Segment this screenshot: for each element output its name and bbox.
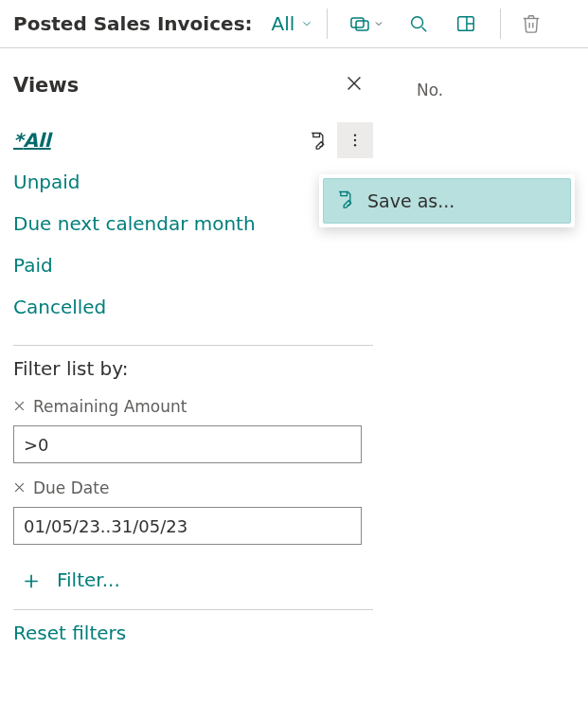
view-item-all[interactable]: All: [13, 119, 373, 161]
save-as-icon: [335, 189, 354, 212]
view-selector[interactable]: All: [272, 12, 314, 35]
svg-rect-1: [356, 21, 368, 30]
view-item-label: Due next calendar month: [13, 212, 256, 235]
chevron-down-icon: [300, 12, 313, 35]
filter-field-due-date: Due Date: [13, 478, 373, 545]
page-title: Posted Sales Invoices:: [13, 12, 253, 35]
divider: [13, 345, 373, 346]
divider: [13, 609, 373, 610]
view-item-label: Unpaid: [13, 171, 80, 193]
view-selector-label: All: [272, 12, 295, 35]
add-filter-label: Filter...: [57, 568, 120, 591]
filter-input-due-date[interactable]: [13, 507, 362, 545]
filter-list-heading: Filter list by:: [13, 357, 373, 380]
menu-item-save-as[interactable]: Save as...: [323, 178, 571, 224]
svg-rect-0: [351, 18, 364, 27]
delete-button[interactable]: [514, 5, 548, 43]
share-button[interactable]: [341, 5, 392, 43]
remove-filter-icon[interactable]: [13, 398, 26, 415]
filter-panel: Views All Unpaid: [0, 48, 383, 644]
filter-input-remaining-amount[interactable]: [13, 425, 362, 463]
view-item-cancelled[interactable]: Cancelled: [13, 286, 373, 328]
close-icon[interactable]: [335, 69, 373, 100]
save-view-icon[interactable]: [299, 122, 335, 158]
views-heading: Views: [13, 74, 79, 97]
plus-icon: ＋: [19, 568, 44, 592]
filter-label: Due Date: [33, 478, 109, 497]
remove-filter-icon[interactable]: [13, 479, 26, 496]
svg-point-10: [354, 139, 356, 141]
reset-filters-link[interactable]: Reset filters: [13, 622, 373, 644]
menu-item-label: Save as...: [367, 190, 454, 211]
search-button[interactable]: [398, 5, 439, 43]
view-item-paid[interactable]: Paid: [13, 244, 373, 286]
column-header-no[interactable]: No.: [417, 81, 443, 99]
filter-field-remaining-amount: Remaining Amount: [13, 397, 373, 463]
separator: [327, 9, 328, 39]
view-item-label: Paid: [13, 254, 53, 277]
svg-point-2: [412, 17, 423, 28]
svg-line-3: [422, 27, 427, 32]
svg-point-11: [354, 144, 356, 146]
filter-label: Remaining Amount: [33, 397, 187, 416]
add-filter-button[interactable]: ＋ Filter...: [19, 568, 373, 592]
view-more-button[interactable]: [337, 122, 373, 158]
layout-button[interactable]: [445, 5, 487, 43]
view-item-label: Cancelled: [13, 296, 106, 318]
view-item-label: All: [13, 129, 51, 152]
view-more-menu: Save as...: [319, 174, 575, 227]
toolbar: Posted Sales Invoices: All: [0, 0, 588, 48]
separator: [500, 9, 501, 39]
svg-point-9: [354, 135, 356, 136]
